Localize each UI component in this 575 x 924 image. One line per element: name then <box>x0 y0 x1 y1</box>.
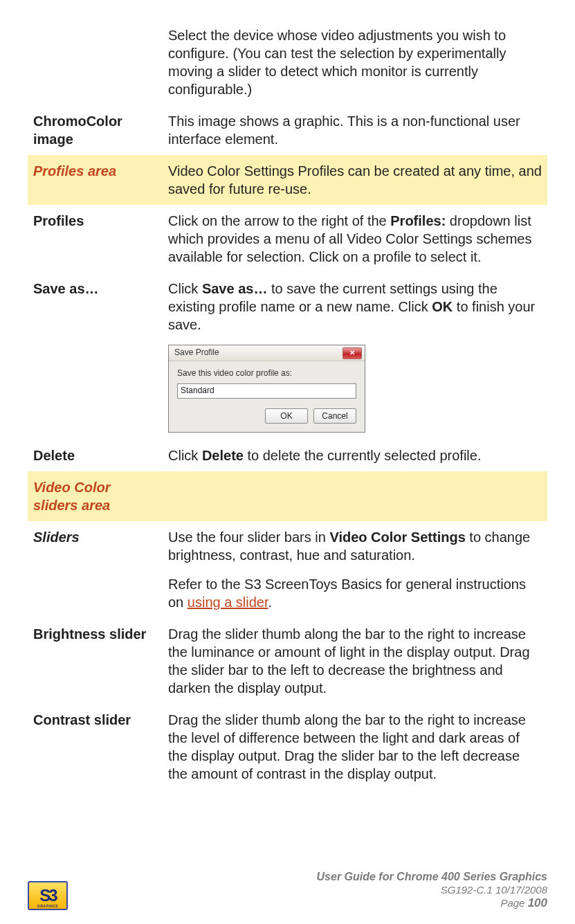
term-cell: Contrast slider <box>28 704 163 790</box>
desc-cell: Use the four slider bars in Video Color … <box>163 521 547 618</box>
dialog-titlebar: Save Profile ✕ <box>169 345 365 361</box>
table-row: Save as… Click Save as… to save the curr… <box>28 273 547 440</box>
term-cell <box>28 19 163 105</box>
desc-cell: Drag the slider thumb along the bar to t… <box>163 704 547 790</box>
table-row: Select the device whose video adjustment… <box>28 19 547 105</box>
table-row: Delete Click Delete to delete the curren… <box>28 440 547 471</box>
desc-cell: Video Color Settings Profiles can be cre… <box>163 155 547 205</box>
section-row-video-color-sliders: Video Color sliders area <box>28 471 547 521</box>
dialog-label: Save this video color profile as: <box>177 368 356 379</box>
profile-name-input[interactable]: Standard <box>177 383 356 399</box>
s3-logo: S3 GRAPHICS <box>28 881 68 910</box>
desc-cell <box>163 471 547 521</box>
footer-title: User Guide for Chrome 400 Series Graphic… <box>68 870 547 883</box>
bold-text: Save as… <box>202 281 268 296</box>
table-row: Brightness slider Drag the slider thumb … <box>28 618 547 704</box>
page-footer: S3 GRAPHICS User Guide for Chrome 400 Se… <box>28 870 547 910</box>
bold-text: OK <box>432 299 453 314</box>
dialog-body: Save this video color profile as: Standa… <box>169 361 365 432</box>
text: Click on the arrow to the right of the <box>168 213 390 228</box>
desc-cell: Click on the arrow to the right of the P… <box>163 205 547 273</box>
desc-cell: Click Delete to delete the currently sel… <box>163 440 547 471</box>
footer-page-number: 100 <box>528 896 547 909</box>
table-row: ChromoColor image This image shows a gra… <box>28 105 547 155</box>
ok-button[interactable]: OK <box>265 408 308 424</box>
bold-text: Profiles: <box>390 213 446 228</box>
bold-text: Delete <box>202 448 244 463</box>
text: Use the four slider bars in <box>168 529 329 545</box>
save-profile-dialog: Save Profile ✕ Save this video color pro… <box>168 345 365 433</box>
term-cell: Sliders <box>28 521 163 618</box>
term-cell: Save as… <box>28 273 163 440</box>
definition-table: Select the device whose video adjustment… <box>28 19 547 790</box>
term-cell: Profiles <box>28 205 163 273</box>
dialog-button-row: OK Cancel <box>177 408 356 424</box>
using-a-slider-link[interactable]: using a slider <box>188 595 268 610</box>
text: Click <box>168 281 202 296</box>
desc-cell: Drag the slider thumb along the bar to t… <box>163 618 547 704</box>
section-row-profiles-area: Profiles area Video Color Settings Profi… <box>28 155 547 205</box>
term-cell: Video Color sliders area <box>28 471 163 521</box>
logo-subtext: GRAPHICS <box>37 904 58 908</box>
logo-text: S3 <box>39 886 55 905</box>
text: . <box>268 595 273 610</box>
table-row: Contrast slider Drag the slider thumb al… <box>28 704 547 790</box>
document-page: Select the device whose video adjustment… <box>0 0 575 924</box>
term-cell: Profiles area <box>28 155 163 205</box>
footer-text-block: User Guide for Chrome 400 Series Graphic… <box>68 870 547 910</box>
close-icon[interactable]: ✕ <box>343 347 362 359</box>
footer-meta: SG192-C.1 10/17/2008 <box>68 884 547 896</box>
term-cell: Brightness slider <box>28 618 163 704</box>
term-cell: ChromoColor image <box>28 105 163 155</box>
text: to delete the currently selected profile… <box>244 448 482 463</box>
desc-cell: Select the device whose video adjustment… <box>163 19 547 105</box>
term-cell: Delete <box>28 440 163 471</box>
dialog-title: Save Profile <box>174 347 343 359</box>
table-row: Profiles Click on the arrow to the right… <box>28 205 547 273</box>
text: Click <box>168 448 202 463</box>
cancel-button[interactable]: Cancel <box>313 408 356 424</box>
footer-page-label: Page <box>500 897 527 909</box>
bold-text: Video Color Settings <box>329 529 465 545</box>
desc-cell: This image shows a graphic. This is a no… <box>163 105 547 155</box>
table-row: Sliders Use the four slider bars in Vide… <box>28 521 547 618</box>
desc-cell: Click Save as… to save the current setti… <box>163 273 547 440</box>
